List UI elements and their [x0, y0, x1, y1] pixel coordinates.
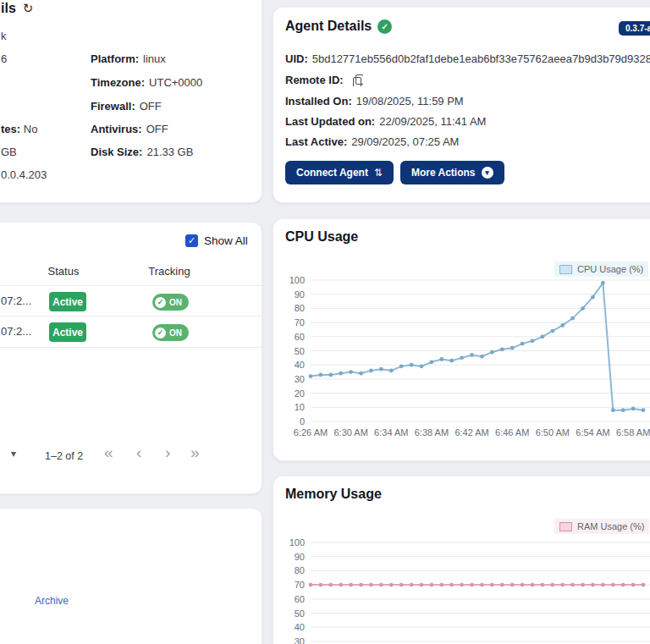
installed-on-row: Installed On: 19/08/2025, 11:59 PM [285, 95, 464, 107]
field-label: Last Active: [285, 135, 347, 148]
field-value: GB [1, 146, 17, 158]
copy-icon[interactable] [353, 74, 363, 86]
field-value: No [20, 123, 37, 135]
host-detail-fragment: k [1, 30, 7, 42]
row-time: 07:2... [1, 294, 31, 307]
field-value: 6 [1, 52, 7, 65]
svg-text:6:58 AM: 6:58 AM [616, 427, 650, 438]
host-detail-row-disk: Disk Size:21.33 GB [91, 146, 193, 158]
last-active-row: Last Active: 29/09/2025, 07:25 AM [285, 135, 459, 148]
version-badge: 0.3.7-a0 [619, 21, 650, 36]
more-actions-label: More Actions [411, 167, 476, 179]
field-label: Disk Size: [91, 146, 142, 158]
tracking-toggle[interactable]: ✓ ON [152, 324, 189, 341]
legend-swatch [559, 265, 572, 274]
svg-text:100: 100 [289, 275, 305, 285]
column-header-status: Status [41, 265, 85, 278]
transfer-arrows-icon: ⇅ [374, 167, 383, 179]
divider [0, 347, 263, 348]
show-all-label: Show All [204, 234, 248, 247]
svg-text:70: 70 [295, 580, 305, 590]
tracking-toggle[interactable]: ✓ ON [152, 294, 189, 311]
tracking-state: ON [169, 298, 182, 307]
field-label: Installed On: [285, 95, 352, 107]
prev-page-icon[interactable]: ‹ [136, 444, 141, 460]
connect-agent-label: Connect Agent [296, 167, 368, 179]
next-page-icon[interactable]: › [165, 444, 170, 460]
field-label: Last Updated on: [285, 115, 375, 128]
check-circle-icon: ✓ [155, 328, 166, 339]
row-time: 07:2... [1, 325, 31, 338]
connect-agent-button[interactable]: Connect Agent ⇅ [285, 161, 394, 184]
host-detail-fragment: 0.0.4.203 [1, 168, 47, 181]
host-detail-fragment: GB [1, 146, 17, 158]
refresh-icon[interactable]: ↻ [23, 1, 34, 16]
legend-label: CPU Usage (%) [577, 264, 643, 274]
memory-usage-card: 01020304050607080901006:26 AM6:30 AM6:34… [273, 476, 650, 644]
cpu-usage-chart: 01020304050607080901006:26 AM6:30 AM6:34… [273, 219, 650, 461]
svg-text:90: 90 [295, 289, 305, 300]
svg-text:90: 90 [295, 552, 305, 562]
last-updated-row: Last Updated on: 22/09/2025, 11:41 AM [285, 115, 486, 128]
legend-swatch [559, 522, 572, 531]
field-value: linux [143, 52, 166, 65]
svg-text:100: 100 [289, 537, 305, 548]
field-value: 21.33 GB [146, 146, 193, 158]
uid-row: UID: 5bd12771eb556d0b2faf1debe1eab6bf33e… [285, 52, 650, 65]
svg-text:40: 40 [295, 622, 305, 632]
cpu-usage-card: 01020304050607080901006:26 AM6:30 AM6:34… [273, 218, 650, 461]
host-details-title-text: ils [1, 1, 16, 16]
page-title: Agent Details [285, 19, 372, 34]
field-value: 19/08/2025, 11:59 PM [356, 95, 464, 107]
rows-per-page-caret-icon[interactable]: ▾ [11, 448, 16, 460]
first-page-icon[interactable]: « [104, 444, 113, 460]
svg-text:6:54 AM: 6:54 AM [576, 427, 609, 438]
chart-title: Memory Usage [285, 487, 382, 502]
uid-value: 5bd12771eb556d0b2faf1debe1eab6bf33e75762… [312, 52, 650, 65]
field-value: OFF [146, 123, 168, 135]
host-detail-row-antivirus: Antivirus:OFF [91, 123, 168, 135]
field-label: Firewall: [91, 100, 135, 113]
divider [0, 285, 263, 286]
svg-text:6:46 AM: 6:46 AM [495, 427, 529, 438]
svg-text:6:42 AM: 6:42 AM [454, 427, 488, 438]
archive-badge[interactable]: Archive [35, 595, 69, 607]
column-header-tracking: Tracking [145, 265, 194, 278]
field-value: 0.0.4.203 [1, 168, 47, 181]
remote-id-row: Remote ID: [285, 74, 363, 86]
ram-legend: RAM Usage (%) [554, 519, 649, 534]
host-detail-row-timezone: Timezone:UTC+0000 [91, 76, 202, 89]
field-label: Antivirus: [91, 123, 142, 135]
svg-text:30: 30 [295, 374, 305, 384]
svg-text:50: 50 [295, 346, 305, 356]
sessions-table-card: ✓ Show All Status Tracking 07:2... Activ… [0, 222, 262, 494]
field-value: 22/09/2025, 11:41 AM [379, 115, 486, 128]
agent-details-title: Agent Details ✓ [285, 19, 392, 34]
status-badge: Active [49, 292, 86, 311]
svg-text:80: 80 [295, 565, 305, 575]
svg-text:50: 50 [295, 608, 305, 619]
svg-text:6:34 AM: 6:34 AM [374, 427, 408, 438]
host-detail-row-platform: Platform:linux [91, 52, 166, 65]
field-label: tes: [1, 123, 20, 135]
svg-text:70: 70 [295, 317, 305, 328]
field-value: k [1, 30, 7, 42]
svg-text:10: 10 [295, 402, 305, 412]
tracking-state: ON [169, 328, 182, 338]
last-page-icon[interactable]: » [190, 444, 200, 460]
svg-text:20: 20 [295, 388, 305, 399]
svg-text:80: 80 [295, 303, 305, 313]
check-circle-icon: ✓ [377, 19, 392, 34]
svg-text:40: 40 [295, 360, 305, 370]
svg-text:6:26 AM: 6:26 AM [294, 427, 328, 438]
archive-table-card: Archive [0, 508, 262, 644]
field-value: OFF [140, 100, 162, 113]
chart-title: CPU Usage [285, 229, 358, 245]
show-all-checkbox[interactable]: ✓ [185, 234, 198, 247]
check-circle-icon: ✓ [155, 297, 166, 308]
field-label: Remote ID: [285, 74, 344, 86]
host-details-title: ils ↻ [1, 1, 33, 16]
field-label: Timezone: [91, 76, 145, 89]
agent-details-card: Agent Details ✓ 0.3.7-a0 UID: 5bd12771eb… [273, 7, 650, 203]
more-actions-button[interactable]: More Actions ▾ [400, 161, 504, 184]
